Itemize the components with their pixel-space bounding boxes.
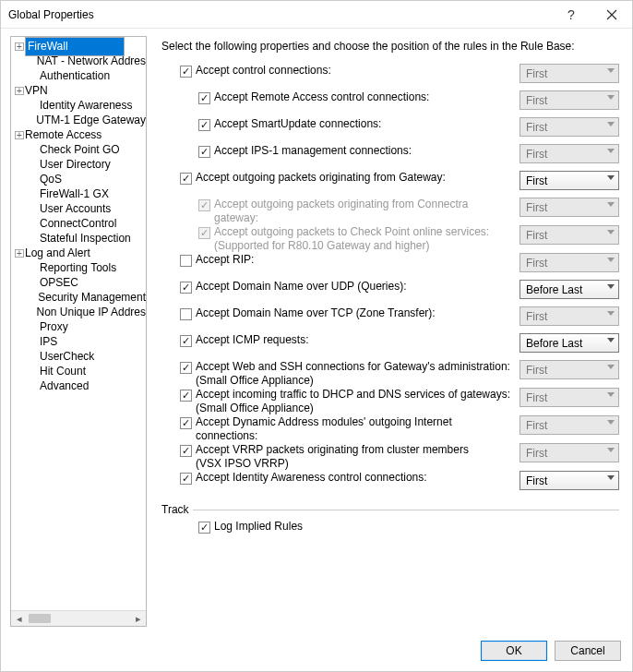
tree-item-ips[interactable]: IPS <box>11 334 146 349</box>
tree-item-remote-access[interactable]: +Remote Access <box>11 127 146 142</box>
option-row-ra: Accept Remote Access control connections… <box>161 90 619 117</box>
tree-item-non-unique-ip-addres[interactable]: Non Unique IP Addres <box>11 305 146 319</box>
tree-expand-icon[interactable]: + <box>15 249 24 258</box>
option-row-ida: Accept Identity Awareness control connec… <box>161 471 619 498</box>
option-select-ra: First <box>520 90 619 110</box>
option-checkbox-outcp <box>198 227 210 239</box>
tree-item-label: FireWall-1 GX <box>40 186 109 201</box>
option-checkbox-ida[interactable] <box>180 473 192 485</box>
option-select-ida[interactable]: First <box>520 471 619 490</box>
help-button[interactable]: ? <box>551 1 591 29</box>
tree-item-label: Stateful Inspection <box>40 231 131 246</box>
tree-item-identity-awareness[interactable]: Identity Awareness <box>11 98 146 113</box>
dialog-footer: OK Cancel <box>1 630 632 671</box>
chevron-down-icon <box>607 68 615 73</box>
tree-item-user-accounts[interactable]: User Accounts <box>11 201 146 216</box>
option-checkbox-ra[interactable] <box>198 92 210 104</box>
cancel-button[interactable]: Cancel <box>555 641 621 661</box>
tree-item-connectcontrol[interactable]: ConnectControl <box>11 216 146 231</box>
tree-item-qos[interactable]: QoS <box>11 172 146 186</box>
option-checkbox-icmp[interactable] <box>180 335 192 347</box>
log-implied-rules-checkbox[interactable] <box>198 522 210 534</box>
tree-item-label: Check Point GO <box>40 142 120 157</box>
tree-item-label: Hit Count <box>40 364 86 378</box>
option-sublabel-webssh: (Small Office Appliance) <box>196 374 314 387</box>
ok-button[interactable]: OK <box>481 641 547 661</box>
option-select-value: First <box>526 419 547 432</box>
tree-item-label: User Accounts <box>40 201 111 216</box>
tree-expand-icon[interactable]: + <box>15 131 24 139</box>
tree-item-vpn[interactable]: +VPN <box>11 83 146 98</box>
tree-item-hit-count[interactable]: Hit Count <box>11 364 146 378</box>
tree-item-usercheck[interactable]: UserCheck <box>11 349 146 364</box>
option-select-value: First <box>526 310 547 323</box>
tree-item-authentication[interactable]: Authentication <box>11 68 146 83</box>
option-label-ips1: Accept IPS-1 management connections: <box>214 144 520 158</box>
option-checkbox-webssh[interactable] <box>180 362 192 374</box>
option-checkbox-outcon <box>198 199 210 211</box>
option-select-su: First <box>520 117 619 137</box>
option-row-webssh: Accept Web and SSH connections for Gatew… <box>161 360 619 388</box>
option-row-vrrp: Accept VRRP packets originating from clu… <box>161 443 619 471</box>
chevron-down-icon <box>607 311 615 316</box>
option-checkbox-rip[interactable] <box>180 255 192 267</box>
tree-item-firewall[interactable]: +FireWall <box>11 39 146 54</box>
tree-item-reporting-tools[interactable]: Reporting Tools <box>11 260 146 275</box>
tree-item-label: FireWall <box>25 37 125 56</box>
tree-item-user-directory[interactable]: User Directory <box>11 157 146 172</box>
tree-item-advanced[interactable]: Advanced <box>11 378 146 393</box>
tree-horizontal-scrollbar[interactable]: ◂ ▸ <box>11 610 146 626</box>
tree-item-label: OPSEC <box>40 275 78 290</box>
tree-expand-icon[interactable]: + <box>15 42 24 51</box>
tree-item-firewall-1-gx[interactable]: FireWall-1 GX <box>11 186 146 201</box>
tree-item-label: Reporting Tools <box>40 260 116 275</box>
option-label-outcp: Accept outgoing packets to Check Point o… <box>214 225 520 253</box>
option-select-dnsudp[interactable]: Before Last <box>520 280 619 299</box>
tree-item-check-point-go[interactable]: Check Point GO <box>11 142 146 157</box>
option-select-ctrl: First <box>520 64 619 83</box>
scroll-right-icon[interactable]: ▸ <box>130 611 146 627</box>
log-implied-rules-label: Log Implied Rules <box>214 520 619 534</box>
tree-item-log-and-alert[interactable]: +Log and Alert <box>11 246 146 260</box>
tree-item-label: Security Management <box>38 290 146 305</box>
tree-item-label: Non Unique IP Addres <box>36 305 146 319</box>
scroll-thumb[interactable] <box>29 614 51 623</box>
option-label-icmp: Accept ICMP requests: <box>196 333 520 347</box>
option-label-ra: Accept Remote Access control connections… <box>214 90 520 104</box>
option-checkbox-dyn[interactable] <box>180 417 192 429</box>
option-label-su: Accept SmartUpdate connections: <box>214 117 520 131</box>
tree-item-label: QoS <box>40 172 62 186</box>
chevron-down-icon <box>607 365 615 369</box>
option-select-rip: First <box>520 253 619 272</box>
chevron-down-icon <box>607 338 615 342</box>
option-checkbox-su[interactable] <box>198 119 210 131</box>
option-checkbox-dhcpdns[interactable] <box>180 390 192 402</box>
option-row-ips1: Accept IPS-1 management connections:Firs… <box>161 144 619 171</box>
option-checkbox-vrrp[interactable] <box>180 445 192 457</box>
option-select-value: First <box>526 148 547 161</box>
option-select-outgw[interactable]: First <box>520 171 619 190</box>
tree-item-security-management-[interactable]: Security Management <box>11 290 146 305</box>
option-row-su: Accept SmartUpdate connections:First <box>161 117 619 144</box>
option-checkbox-ctrl[interactable] <box>180 66 192 78</box>
option-checkbox-ips1[interactable] <box>198 146 210 158</box>
scroll-left-icon[interactable]: ◂ <box>11 611 27 627</box>
tree-expand-icon[interactable]: + <box>15 87 24 95</box>
option-checkbox-dnsudp[interactable] <box>180 282 192 294</box>
option-label-dnstcp: Accept Domain Name over TCP (Zone Transf… <box>196 306 520 320</box>
option-select-icmp[interactable]: Before Last <box>520 333 619 353</box>
nav-tree: +FireWallNAT - Network AddresAuthenticat… <box>10 36 147 627</box>
option-checkbox-outgw[interactable] <box>180 173 192 185</box>
tree-item-stateful-inspection[interactable]: Stateful Inspection <box>11 231 146 246</box>
nav-tree-viewport[interactable]: +FireWallNAT - Network AddresAuthenticat… <box>11 37 146 610</box>
option-checkbox-dnstcp[interactable] <box>180 308 192 320</box>
option-row-ctrl: Accept control connections:First <box>161 64 619 90</box>
tree-item-opsec[interactable]: OPSEC <box>11 275 146 290</box>
option-label-dnsudp: Accept Domain Name over UDP (Queries): <box>196 280 520 294</box>
tree-item-proxy[interactable]: Proxy <box>11 319 146 334</box>
close-button[interactable] <box>591 1 632 29</box>
tree-item-label: Authentication <box>40 68 110 83</box>
option-select-value: Before Last <box>526 337 582 350</box>
tree-item-utm-1-edge-gateway[interactable]: UTM-1 Edge Gateway <box>11 113 146 127</box>
chevron-down-icon <box>607 122 615 126</box>
